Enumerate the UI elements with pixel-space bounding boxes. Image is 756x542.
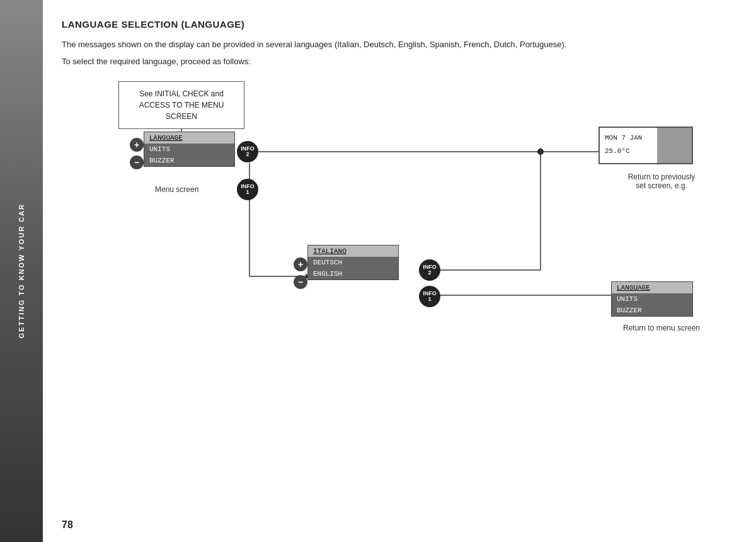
- language-select-box: ITALIANO DEUTSCH ENGLISH: [307, 245, 399, 280]
- minus-button-top[interactable]: −: [130, 155, 144, 169]
- menu-item-buzzer: BUZZER: [144, 155, 234, 166]
- return-top-label: Return to previously set screen, e.g.: [611, 172, 712, 190]
- sidebar-label: GETTING TO KNOW YOUR CAR: [18, 203, 25, 338]
- svg-point-2: [537, 149, 544, 155]
- menu-screen-box: LANGUAGE UNITS BUZZER: [144, 132, 235, 167]
- sidebar: GETTING TO KNOW YOUR CAR: [0, 0, 43, 542]
- lang-item-italiano: ITALIANO: [308, 246, 398, 257]
- display-date: MON 7 JAN: [605, 133, 648, 144]
- display-top-box: MON 7 JAN 25.0°C: [598, 127, 693, 164]
- diagram: See INITIAL CHECK and ACCESS TO THE MENU…: [62, 75, 731, 427]
- minus-button-lang[interactable]: −: [294, 275, 307, 289]
- menu-return-buzzer: BUZZER: [612, 305, 692, 316]
- return-menu-label: Return to menu screen: [611, 324, 712, 332]
- info1-button-top[interactable]: INFO1: [237, 179, 258, 200]
- initial-check-text: See INITIAL CHECK and ACCESS TO THE MENU…: [139, 89, 224, 121]
- intro-text-2: To select the required language, proceed…: [62, 55, 731, 69]
- info1-button-lang[interactable]: INFO1: [419, 286, 440, 307]
- plus-button-top[interactable]: +: [130, 138, 144, 152]
- menu-screen-label: Menu screen: [155, 185, 198, 194]
- main-content: LANGUAGE SELECTION (LANGUAGE) The messag…: [43, 0, 756, 542]
- menu-return-units: UNITS: [612, 293, 692, 305]
- initial-check-box: See INITIAL CHECK and ACCESS TO THE MENU…: [118, 81, 244, 129]
- lang-item-english: ENGLISH: [308, 268, 398, 279]
- svg-marker-10: [538, 147, 543, 154]
- menu-item-language: LANGUAGE: [144, 132, 234, 144]
- page-title: LANGUAGE SELECTION (LANGUAGE): [62, 19, 731, 30]
- info2-button-top[interactable]: INFO2: [237, 141, 258, 162]
- plus-button-lang[interactable]: +: [294, 257, 307, 271]
- menu-return-language: LANGUAGE: [612, 282, 692, 293]
- intro-text-1: The messages shown on the display can be…: [62, 38, 731, 52]
- page-number: 78: [62, 519, 73, 531]
- display-temp: 25.0°C: [605, 146, 648, 157]
- info2-button-lang[interactable]: INFO2: [419, 259, 440, 281]
- lang-item-deutsch: DEUTSCH: [308, 257, 398, 268]
- menu-item-units: UNITS: [144, 144, 234, 155]
- menu-return-box: LANGUAGE UNITS BUZZER: [611, 281, 693, 317]
